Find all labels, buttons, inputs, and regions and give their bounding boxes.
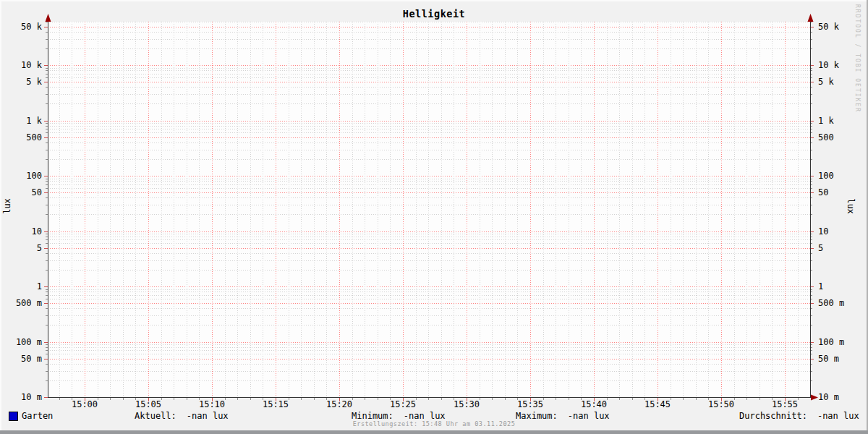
y-tick-label-right: 5 xyxy=(818,244,868,253)
y-tick-label-right: 500 m xyxy=(818,299,868,308)
y-tick-label-right: 500 xyxy=(818,133,868,142)
y-tick-label-left: 500 m xyxy=(0,299,42,308)
y-tick-label-right: 50 xyxy=(818,188,868,197)
legend-swatch xyxy=(9,412,18,421)
x-tick-label: 15:35 xyxy=(511,400,549,409)
x-tick-label: 15:20 xyxy=(320,400,358,409)
x-tick-label: 15:15 xyxy=(257,400,294,409)
y-tick-label-left: 50 k xyxy=(0,22,42,32)
stat-maximum-value: -nan lux xyxy=(568,411,610,421)
y-tick-label-right: 1 xyxy=(818,282,868,292)
y-tick-label-right: 10 k xyxy=(818,61,868,70)
y-tick-label-left: 500 xyxy=(0,133,42,142)
stat-minimum-value: -nan lux xyxy=(404,411,446,421)
y-tick-label-left: 100 m xyxy=(0,338,42,347)
stat-minimum-label: Minimum: xyxy=(352,411,393,421)
stat-aktuell-value: -nan lux xyxy=(187,411,229,421)
y-tick-label-right: 100 m xyxy=(818,338,868,347)
x-tick-label: 15:40 xyxy=(575,400,613,409)
x-tick-label: 15:00 xyxy=(66,400,103,409)
plot-area xyxy=(0,0,868,434)
y-tick-label-right: 10 xyxy=(818,227,868,237)
y-tick-label-left: 50 m xyxy=(0,354,42,364)
stat-aktuell: Aktuell:-nan lux xyxy=(135,411,229,421)
y-tick-label-left: 5 k xyxy=(0,77,42,87)
bevel-edge-left xyxy=(0,0,1,434)
y-tick-label-right: 5 k xyxy=(818,77,868,87)
stat-durchschnitt-label: Durchschnitt: xyxy=(739,411,807,421)
y-tick-label-right: 100 xyxy=(818,171,868,181)
bevel-edge-bottom xyxy=(0,430,868,434)
bevel-edge-top xyxy=(0,0,868,1)
y-tick-label-left: 10 xyxy=(0,227,42,237)
y-tick-label-left: 100 xyxy=(0,171,42,181)
legend-series-label: Garten xyxy=(22,411,53,421)
stat-minimum: Minimum:-nan lux xyxy=(352,411,446,421)
stat-maximum-label: Maximum: xyxy=(516,411,558,421)
y-tick-label-right: 10 m xyxy=(818,393,868,402)
x-tick-label: 15:05 xyxy=(129,400,167,409)
legend-row: Garten Aktuell:-nan lux Minimum:-nan lux… xyxy=(0,411,868,422)
y-tick-label-right: 50 m xyxy=(818,354,868,364)
rrdtool-watermark: RRDTOOL / TOBI OETIKER xyxy=(854,4,861,113)
stat-aktuell-label: Aktuell: xyxy=(135,411,176,421)
x-tick-label: 15:30 xyxy=(448,400,485,409)
y-tick-label-left: 5 xyxy=(0,244,42,253)
stat-maximum: Maximum:-nan lux xyxy=(516,411,610,421)
x-tick-label: 15:25 xyxy=(384,400,422,409)
stat-durchschnitt-value: -nan lux xyxy=(817,411,859,421)
x-tick-label: 15:45 xyxy=(639,400,676,409)
stat-durchschnitt: Durchschnitt:-nan lux xyxy=(739,411,859,421)
y-tick-label-left: 1 k xyxy=(0,116,42,126)
y-tick-label-right: 50 k xyxy=(818,22,868,32)
rrdtool-graph: Helligkeit lux lux RRDTOOL / TOBI OETIKE… xyxy=(0,0,868,434)
y-tick-label-left: 1 xyxy=(0,282,42,292)
y-tick-label-left: 50 xyxy=(0,188,42,197)
x-tick-label: 15:55 xyxy=(766,400,804,409)
graph-title: Helligkeit xyxy=(0,8,868,20)
y-tick-label-right: 1 k xyxy=(818,116,868,126)
y-tick-label-left: 10 k xyxy=(0,61,42,70)
x-tick-label: 15:10 xyxy=(193,400,231,409)
y-tick-label-left: 10 m xyxy=(0,393,42,402)
x-tick-label: 15:50 xyxy=(702,400,740,409)
grid-and-axes xyxy=(44,14,818,401)
